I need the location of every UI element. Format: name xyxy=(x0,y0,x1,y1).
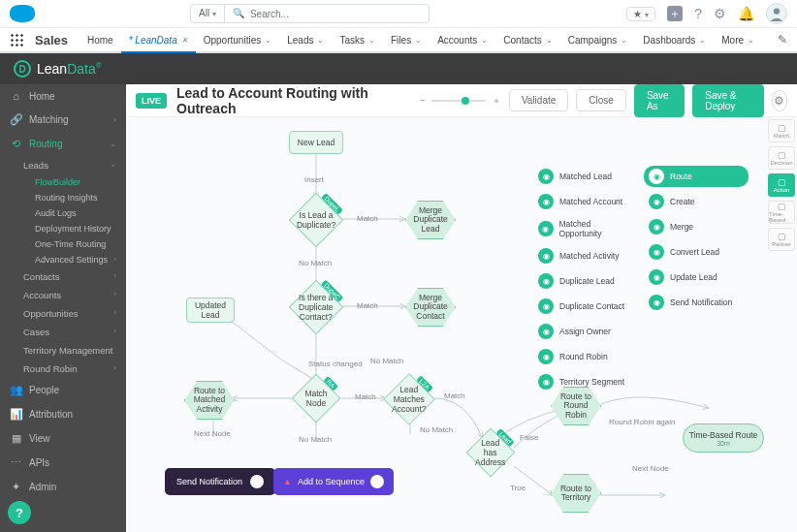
chevron-icon: ⌄ xyxy=(110,140,116,148)
edge-status-changed: Status changed xyxy=(308,360,363,368)
chevron-down-icon: ⌄ xyxy=(368,36,375,45)
search-input[interactable] xyxy=(250,9,415,19)
palette-create[interactable]: ◉Create xyxy=(644,191,749,212)
node-match-node[interactable]: Match NodeRA xyxy=(292,374,341,423)
nav-tasks[interactable]: Tasks ⌄ xyxy=(332,27,383,52)
acct-icon: ◉ xyxy=(538,194,554,209)
rail-action[interactable]: ▢Action xyxy=(768,173,795,197)
chevron-down-icon: ⌄ xyxy=(415,36,422,45)
close-button[interactable]: Close xyxy=(576,89,626,111)
chevron-down-icon: ⌄ xyxy=(546,36,553,45)
sidebar-attribution[interactable]: 📊Attribution xyxy=(0,402,126,426)
terr-icon: ◉ xyxy=(538,374,554,390)
sidebar-sub2-audit-logs[interactable]: Audit Logs xyxy=(0,205,126,221)
graph-title: Lead to Account Routing with Outreach xyxy=(176,85,410,116)
save-as-button[interactable]: Save As xyxy=(634,84,685,117)
nav-accounts[interactable]: Accounts ⌄ xyxy=(430,27,495,52)
close-icon[interactable]: ✕ xyxy=(181,36,188,45)
search-scope[interactable]: All ▾ xyxy=(191,5,225,23)
node-updated-lead[interactable]: Updated Lead xyxy=(186,297,235,323)
rail-time-based[interactable]: ▢Time-Based xyxy=(768,201,795,224)
rail-partner[interactable]: ▢Partner xyxy=(768,228,795,251)
sidebar-matching[interactable]: 🔗Matching› xyxy=(0,108,126,132)
dupc-icon: ◉ xyxy=(538,298,554,314)
sidebar-sub-cases[interactable]: Cases› xyxy=(0,323,126,341)
edge-match-4: Match xyxy=(444,391,465,400)
validate-button[interactable]: Validate xyxy=(509,89,568,111)
palette-route[interactable]: ◉Route xyxy=(644,166,749,187)
rail-decision[interactable]: ▢Decision xyxy=(768,146,795,170)
zoom-slider[interactable]: − ＋ xyxy=(420,94,501,108)
node-is-lead-duplicate[interactable]: Is Lead a Duplicate?DupeL xyxy=(289,193,344,248)
nav-opportunities[interactable]: Opportunities ⌄ xyxy=(196,27,279,52)
node-route-territory[interactable]: Route to Territory xyxy=(551,474,601,513)
sidebar-sub-opportunities[interactable]: Opportunities› xyxy=(0,304,126,323)
leandata-logo: D LeanData® xyxy=(14,60,102,78)
sidebar-sub-territory-management[interactable]: Territory Management xyxy=(0,341,126,360)
nav-contacts[interactable]: Contacts ⌄ xyxy=(495,27,559,52)
rail-match[interactable]: ▢Match xyxy=(768,119,795,142)
palette-matched-account[interactable]: ◉Matched Account xyxy=(533,191,638,212)
upd-icon: ◉ xyxy=(649,269,664,285)
node-lead-matches-account[interactable]: Lead Matches Account?L2A xyxy=(383,373,435,425)
sidebar-sub-contacts[interactable]: Contacts› xyxy=(0,267,126,286)
palette-merge[interactable]: ◉Merge xyxy=(644,216,749,237)
sidebar-sub2-one-time-routing[interactable]: One-Time Routing xyxy=(0,236,126,252)
sidebar-sub-accounts[interactable]: Accounts› xyxy=(0,286,126,304)
node-send-notification[interactable]: Send Notification xyxy=(165,468,275,495)
sidebar-admin[interactable]: ✦Admin xyxy=(0,475,126,499)
palette-update-lead[interactable]: ◉Update Lead xyxy=(644,266,749,288)
sidebar-apis[interactable]: ⋯APIs xyxy=(0,451,126,475)
sidebar-routing[interactable]: ⟲Routing⌄ xyxy=(0,132,126,156)
sidebar-sub-leads[interactable]: Leads⌄ xyxy=(0,156,126,174)
palette-convert-lead[interactable]: ◉Convert Lead xyxy=(644,241,749,263)
palette-matched-opportunity[interactable]: ◉Matched Opportunity xyxy=(533,216,638,241)
palette-matched-lead[interactable]: ◉Matched Lead xyxy=(533,166,638,187)
favorites-button[interactable]: ★ ▾ xyxy=(626,7,655,21)
help-button[interactable]: ? xyxy=(8,501,31,524)
merge-icon: ◉ xyxy=(649,219,664,235)
sidebar-sub-round-robin[interactable]: Round Robin› xyxy=(0,360,126,378)
app-launcher-icon[interactable] xyxy=(10,33,23,47)
node-is-duplicate-contact[interactable]: Is there a Duplicate Contact?DupeC xyxy=(289,280,344,335)
notifications-icon[interactable]: 🔔 xyxy=(738,6,754,21)
node-add-to-sequence[interactable]: ▲Add to Sequence xyxy=(273,468,394,495)
nav-campaigns[interactable]: Campaigns ⌄ xyxy=(560,27,636,52)
notif-icon: ◉ xyxy=(649,295,664,310)
node-merge-dup-contact[interactable]: Merge Duplicate Contact xyxy=(405,288,456,327)
sidebar-sub2-advanced-settings[interactable]: Advanced Settings › xyxy=(0,252,126,267)
palette-assign-owner[interactable]: ◉Assign Owner xyxy=(533,321,638,342)
nav-leads[interactable]: Leads ⌄ xyxy=(279,27,332,52)
avatar[interactable] xyxy=(766,3,787,24)
node-time-based-route[interactable]: Time-Based Route30m xyxy=(683,423,764,453)
palette-round-robin[interactable]: ◉Round Robin xyxy=(533,346,638,367)
save-deploy-button[interactable]: Save & Deploy xyxy=(692,84,763,117)
node-lead-has-address[interactable]: Lead has AddressLead xyxy=(466,428,516,478)
help-icon[interactable]: ? xyxy=(694,6,702,21)
nav-leandata[interactable]: * LeanData ✕ xyxy=(121,28,196,53)
nav-files[interactable]: Files ⌄ xyxy=(383,27,430,52)
sidebar-sub2-routing-insights[interactable]: Routing Insights xyxy=(0,190,126,205)
sidebar-home[interactable]: ⌂Home xyxy=(0,84,126,108)
edge-next-2: Next Node xyxy=(632,464,669,473)
nav-dashboards[interactable]: Dashboards ⌄ xyxy=(635,27,714,52)
node-route-matched-activity[interactable]: Route to Matched Activity xyxy=(184,381,235,420)
sidebar-view[interactable]: ▦View xyxy=(0,426,126,451)
sidebar-sub2-flowbuilder[interactable]: FlowBuilder xyxy=(0,174,126,190)
palette-matched-activity[interactable]: ◉Matched Activity xyxy=(533,245,638,266)
edit-nav-icon[interactable]: ✎ xyxy=(778,33,787,47)
palette-send-notification[interactable]: ◉Send Notification xyxy=(644,292,749,313)
node-merge-dup-lead[interactable]: Merge Duplicate Lead xyxy=(405,201,456,239)
sidebar-people[interactable]: 👥People xyxy=(0,378,126,402)
add-icon[interactable]: ＋ xyxy=(667,6,683,21)
sidebar-sub2-deployment-history[interactable]: Deployment History xyxy=(0,221,126,236)
settings-icon[interactable]: ⚙ xyxy=(772,90,787,111)
nav-home[interactable]: Home xyxy=(80,27,121,52)
setup-icon[interactable]: ⚙ xyxy=(714,6,726,21)
palette-duplicate-contact[interactable]: ◉Duplicate Contact xyxy=(533,296,638,317)
palette-duplicate-lead[interactable]: ◉Duplicate Lead xyxy=(533,270,638,292)
node-route-round-robin[interactable]: Route to Round Robin xyxy=(551,387,601,425)
nav-more[interactable]: More ⌄ xyxy=(714,27,762,52)
palette-territory-segment[interactable]: ◉Territory Segment xyxy=(533,371,638,392)
node-new-lead[interactable]: New Lead xyxy=(289,131,343,154)
